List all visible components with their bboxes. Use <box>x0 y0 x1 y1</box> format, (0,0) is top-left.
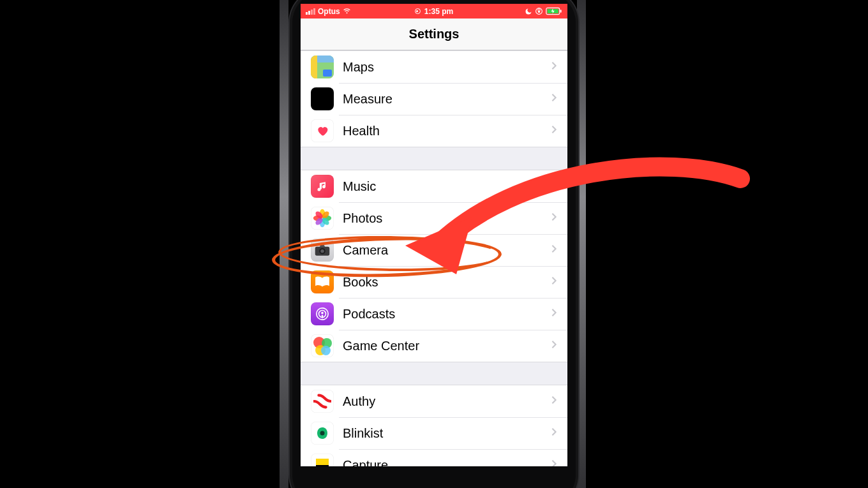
row-label: Authy <box>343 394 551 409</box>
authy-icon <box>311 390 334 413</box>
chevron-right-icon <box>551 276 557 288</box>
settings-group-media-apps: Music Photos <box>301 170 567 362</box>
chevron-right-icon <box>551 181 557 192</box>
books-icon <box>311 270 334 293</box>
chevron-right-icon <box>551 244 557 256</box>
settings-row-music[interactable]: Music <box>301 170 567 202</box>
svg-point-16 <box>320 249 324 253</box>
row-label: Camera <box>343 243 551 258</box>
phone-screen: Optus 1:35 pm <box>301 4 567 466</box>
podcasts-icon <box>311 302 334 325</box>
clock-label: 1:35 pm <box>424 7 453 16</box>
chevron-right-icon <box>551 396 557 407</box>
settings-row-authy[interactable]: Authy <box>301 385 567 417</box>
chevron-right-icon <box>551 427 557 439</box>
phone-left-rail <box>280 0 288 488</box>
row-label: Health <box>343 124 551 138</box>
health-icon <box>311 119 334 142</box>
settings-row-health[interactable]: Health <box>301 115 567 147</box>
game-center-icon <box>311 334 334 357</box>
svg-point-19 <box>321 312 324 314</box>
page-title: Settings <box>409 27 460 41</box>
section-gap <box>301 362 567 385</box>
chevron-right-icon <box>551 340 557 351</box>
chevron-right-icon <box>551 212 557 224</box>
photos-icon <box>311 207 334 230</box>
settings-row-measure[interactable]: Measure <box>301 83 567 115</box>
chevron-right-icon <box>551 93 557 105</box>
settings-row-podcasts[interactable]: Podcasts <box>301 298 567 330</box>
measure-icon <box>311 87 334 110</box>
row-label: Maps <box>343 60 551 75</box>
settings-row-photos[interactable]: Photos <box>301 202 567 234</box>
settings-group-system-apps: Maps Measure Health <box>301 50 567 147</box>
chevron-right-icon <box>551 459 557 466</box>
settings-group-third-party-apps: Authy Blinkist Capture <box>301 385 567 466</box>
status-bar: Optus 1:35 pm <box>301 4 567 18</box>
row-label: Books <box>343 275 551 290</box>
settings-row-books[interactable]: Books <box>301 266 567 298</box>
row-label: Photos <box>343 211 551 226</box>
row-label: Podcasts <box>343 307 551 322</box>
row-label: Blinkist <box>343 426 551 441</box>
capture-icon <box>311 454 334 466</box>
phone-frame: Optus 1:35 pm <box>288 0 580 488</box>
music-icon <box>311 175 334 198</box>
status-center: 1:35 pm <box>301 7 567 16</box>
recording-indicator-icon <box>415 8 421 14</box>
row-label: Game Center <box>343 339 551 353</box>
chevron-right-icon <box>551 308 557 320</box>
camera-icon <box>311 239 334 262</box>
settings-row-game-center[interactable]: Game Center <box>301 330 567 362</box>
blinkist-icon <box>311 422 334 445</box>
settings-row-maps[interactable]: Maps <box>301 51 567 83</box>
row-label: Measure <box>343 92 551 107</box>
row-label: Capture <box>343 458 551 467</box>
chevron-right-icon <box>551 61 557 73</box>
section-gap <box>301 147 567 170</box>
settings-row-capture[interactable]: Capture <box>301 449 567 466</box>
chevron-right-icon <box>551 125 557 137</box>
maps-icon <box>311 55 334 78</box>
row-label: Music <box>343 179 551 194</box>
settings-row-blinkist[interactable]: Blinkist <box>301 417 567 449</box>
nav-header: Settings <box>301 18 567 50</box>
settings-row-camera[interactable]: Camera <box>301 234 567 266</box>
svg-point-20 <box>320 431 325 436</box>
